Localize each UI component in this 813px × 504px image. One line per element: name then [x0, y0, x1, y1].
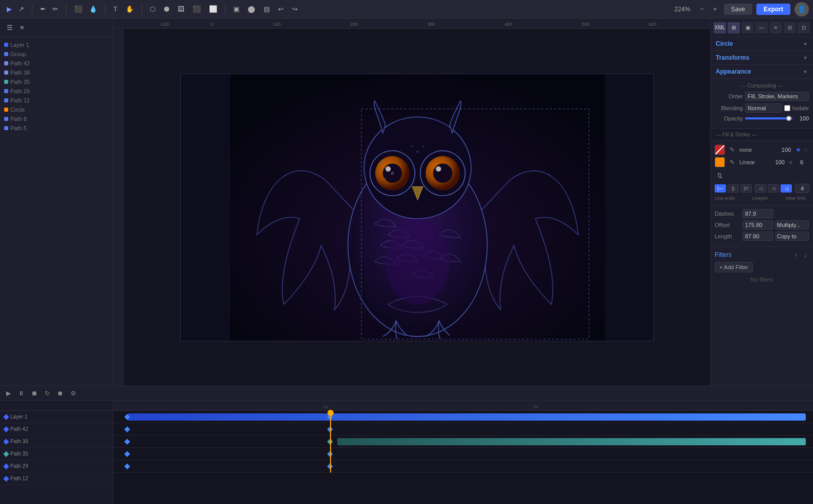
offset-input[interactable]	[742, 220, 773, 230]
line-join-bevel-btn[interactable]: ◁	[781, 184, 792, 193]
dashes-section: Dashes Offset Multiply... Length Copy to	[711, 206, 813, 247]
panel-toggle-xml[interactable]: XML	[714, 22, 726, 33]
fill2-btn[interactable]: ⬤	[245, 4, 258, 14]
canvas-btn[interactable]: ▣	[231, 4, 242, 14]
panel-toggle-5[interactable]: ⊟	[784, 22, 796, 33]
tl-layer-row[interactable]: Path 12	[0, 473, 113, 485]
fill-star-icon[interactable]: ★	[795, 146, 801, 153]
stroke-color-box[interactable]	[715, 157, 725, 167]
tl-layer-row[interactable]: Path 42	[0, 423, 113, 436]
line-ends-label: Line ends	[715, 196, 735, 201]
canvas-area[interactable]: -100 0 100 200 300 400 500 600	[113, 19, 710, 386]
dashes-input[interactable]	[742, 209, 773, 218]
keyframe[interactable]	[125, 451, 130, 457]
fill-color-box[interactable]	[715, 145, 725, 155]
filter-up-btn[interactable]: ↑	[793, 251, 800, 259]
sidebar-content: Layer 1 Group Path 42 Path 38 Path 35 Pa…	[0, 37, 113, 386]
line-end-round-btn[interactable]: |)	[728, 184, 739, 193]
pencil-tool-btn[interactable]: ✏	[50, 4, 61, 14]
line-join-round-btn[interactable]: ◁	[768, 184, 779, 193]
appearance-section-header[interactable]: Appearance ▼	[711, 65, 813, 79]
add-filter-button[interactable]: + Add Filter	[715, 262, 753, 272]
line-end-butt-btn[interactable]: |—	[715, 184, 726, 193]
fill-edit-btn[interactable]: ✎	[727, 145, 737, 155]
miter-limit-input[interactable]	[795, 184, 809, 193]
tl-loop-btn[interactable]: ↻	[43, 389, 52, 398]
tl-play-btn[interactable]: ▶	[4, 389, 13, 398]
pen-tool-btn[interactable]: ✒	[38, 4, 48, 14]
list-item[interactable]: Path 5	[0, 124, 113, 133]
tl-layer-row[interactable]: Path 29	[0, 460, 113, 473]
line-end-square-btn[interactable]: |⊓	[740, 184, 752, 193]
keyframe[interactable]	[125, 426, 130, 432]
align-btn[interactable]: ⬡	[147, 4, 158, 14]
hand-tool-btn[interactable]: ✋	[123, 4, 136, 14]
opacity-thumb	[786, 116, 791, 121]
panel-toggle-4[interactable]: ≡	[770, 22, 782, 33]
offset-label: Offset	[715, 222, 740, 228]
tl-stop-btn[interactable]: ⏹	[29, 389, 40, 398]
group-btn[interactable]: ⬜	[206, 4, 220, 14]
zoom-in-btn[interactable]: +	[711, 4, 720, 14]
tl-settings-btn[interactable]: ⚙	[68, 389, 78, 398]
offset-mode-select[interactable]: Multiply...	[775, 220, 809, 230]
sidebar-toggle-btn[interactable]: ☰	[4, 22, 15, 33]
list-item[interactable]: Circle	[0, 105, 113, 114]
dropper-btn[interactable]: 💧	[87, 4, 100, 14]
canvas-background[interactable]	[180, 74, 654, 341]
filter-down-btn[interactable]: ↓	[802, 251, 809, 259]
playhead[interactable]	[330, 411, 331, 473]
panel-toggle-2[interactable]: ▣	[741, 22, 754, 33]
undo-btn[interactable]: ↩	[275, 4, 286, 14]
list-item[interactable]: Path 42	[0, 59, 113, 68]
transforms-section-header[interactable]: Transforms ▼	[711, 51, 813, 65]
select-tool-btn[interactable]: ▶	[4, 4, 14, 14]
timeline-tracks[interactable]: 1s 2s	[113, 401, 813, 504]
blending-select[interactable]: Normal	[745, 103, 782, 113]
keyframe[interactable]	[125, 463, 130, 469]
tl-layer-row[interactable]: Path 35	[0, 448, 113, 460]
length-mode-select[interactable]: Copy to	[775, 232, 809, 241]
list-item[interactable]: Path 12	[0, 96, 113, 105]
image-btn[interactable]: 🖼	[175, 4, 187, 14]
swap-fill-stroke-btn[interactable]: ⇅	[715, 170, 725, 181]
keyframe[interactable]	[125, 439, 130, 444]
crop-btn[interactable]: ⬛	[190, 4, 203, 14]
order-select[interactable]: Fill, Stroke, Markers	[745, 92, 809, 101]
length-input[interactable]	[742, 232, 773, 241]
list-item[interactable]: Path 29	[0, 86, 113, 96]
list-item[interactable]: Path 35	[0, 77, 113, 86]
compositing-label: — Compositing —	[715, 83, 809, 89]
panel-toggle-6[interactable]: ⊡	[798, 22, 810, 33]
user-avatar[interactable]: 👤	[794, 2, 809, 16]
circle-section-header[interactable]: Circle ▼	[711, 37, 813, 51]
list-item[interactable]: Path 38	[0, 68, 113, 77]
list-item[interactable]: Path 8	[0, 114, 113, 124]
layer-btn[interactable]: ▤	[261, 4, 272, 14]
redo-btn[interactable]: ↪	[289, 4, 300, 14]
fill-stroke-section: ✎ none 100 ★ ☆ ✎ Linear 100 ≡ 6 ⇅	[711, 141, 813, 206]
tl-record-btn[interactable]: ⏺	[55, 389, 65, 398]
fill-staroff-icon[interactable]: ☆	[803, 146, 809, 153]
panel-toggle-props[interactable]: ⊞	[728, 22, 740, 33]
arrow-tool-btn[interactable]: ↗	[16, 4, 27, 14]
save-button[interactable]: Save	[724, 4, 752, 15]
opacity-slider[interactable]	[745, 117, 792, 119]
isolate-checkbox[interactable]	[784, 105, 790, 111]
tl-layer-row[interactable]: Path 38	[0, 436, 113, 448]
list-item[interactable]: Layer 1	[0, 40, 113, 49]
fill-btn[interactable]: ⬛	[72, 4, 85, 14]
tl-bar[interactable]	[337, 438, 806, 445]
tl-pause-btn[interactable]: ⏸	[16, 389, 26, 398]
tl-layer-row[interactable]: Layer 1	[0, 411, 113, 423]
tl-bar[interactable]	[127, 413, 806, 421]
text-tool-btn[interactable]: T	[111, 4, 120, 14]
panel-toggle-3[interactable]: —	[755, 22, 768, 33]
zoom-out-btn[interactable]: −	[697, 4, 706, 14]
distribute-btn[interactable]: ⬢	[161, 4, 172, 14]
stroke-edit-btn[interactable]: ✎	[727, 157, 737, 167]
sidebar-list-btn[interactable]: ≡	[18, 22, 27, 33]
line-join-miter-btn[interactable]: ◁	[755, 184, 766, 193]
list-item[interactable]: Group	[0, 49, 113, 59]
export-button[interactable]: Export	[756, 4, 790, 15]
